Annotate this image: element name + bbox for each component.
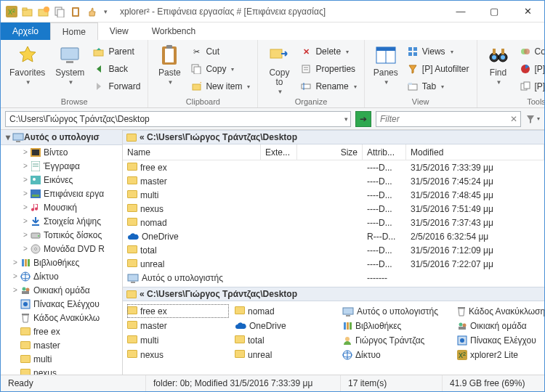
minimize-button[interactable]: — (444, 1, 477, 22)
tree-header[interactable]: ▾Αυτός ο υπολογισ (1, 130, 122, 145)
tree-node[interactable]: >Στοιχεία λήψης (1, 214, 122, 228)
col-size[interactable]: Size (297, 144, 363, 160)
qat-copy-icon[interactable] (53, 5, 66, 18)
back-button[interactable]: Back (90, 61, 143, 77)
close-button[interactable]: ✕ (511, 1, 544, 22)
tree-node[interactable]: >Βιβλιοθήκες (1, 256, 122, 269)
col-ext[interactable]: Exte... (261, 144, 297, 160)
tree-node[interactable]: >Βίντεο (1, 145, 122, 159)
address-dropdown-icon[interactable]: ▾ (342, 115, 350, 123)
tab-view[interactable]: View (98, 23, 140, 40)
tree-node[interactable]: >Μουσική (1, 200, 122, 214)
copy-button[interactable]: Copy▾ (187, 61, 253, 77)
list-row[interactable]: free ex----D...31/5/2016 7:33:39 μμ (123, 160, 544, 174)
tree-node[interactable]: free ex (1, 324, 122, 338)
panes: « C:\Users\Γιώργος Τράντζας\Desktop Name… (123, 130, 544, 375)
svg-rect-9 (73, 9, 78, 15)
grid-item[interactable]: Βιβλιοθήκες (342, 319, 451, 332)
grid-item[interactable]: Αυτός ο υπολογιστής (342, 304, 451, 318)
compare-button[interactable]: Compare▾ (517, 44, 546, 60)
col-attr[interactable]: Attrib... (363, 144, 406, 160)
tab-home[interactable]: Home (50, 23, 98, 40)
address-combo[interactable]: ▾ (5, 111, 351, 127)
stats-button[interactable]: [P] Stats (517, 61, 546, 77)
paste-button[interactable]: Paste▼ (153, 41, 186, 86)
copyto-button[interactable]: Copyto▼ (262, 41, 296, 95)
list-row[interactable]: total----D...31/5/2016 7:12:09 μμ (123, 243, 544, 257)
tree-node[interactable]: >Τοπικός δίσκος (1, 228, 122, 242)
tree-node[interactable]: >Έγγραφα (1, 159, 122, 173)
tree-node[interactable]: master (1, 338, 122, 352)
panes-button[interactable]: Panes▼ (369, 41, 403, 86)
tree-node[interactable]: >Εικόνες (1, 173, 122, 187)
tree-node[interactable]: nexus (1, 366, 122, 375)
grid-item[interactable]: unreal (235, 348, 336, 362)
pane1-header[interactable]: « C:\Users\Γιώργος Τράντζας\Desktop (123, 130, 544, 144)
find-button[interactable]: Find▼ (482, 41, 515, 86)
grid-item[interactable]: Πίνακας Ελέγχου (457, 333, 544, 347)
forward-button[interactable]: Forward (90, 78, 143, 94)
newitem-button[interactable]: ✦New item▾ (187, 78, 253, 94)
grid-item[interactable]: OneDrive (235, 319, 336, 332)
grid-item[interactable]: nexus (127, 348, 229, 362)
col-name[interactable]: Name (123, 144, 261, 160)
tree-node[interactable]: Πίνακας Ελέγχου (1, 297, 122, 311)
tab-file[interactable]: Αρχείο (1, 23, 50, 40)
tree-node[interactable]: >Μονάδα DVD R (1, 242, 122, 256)
delete-button[interactable]: ✕Delete▾ (297, 44, 359, 60)
tree-node[interactable]: >Επιφάνεια εργα (1, 187, 122, 200)
list-row[interactable]: OneDriveR---D...2/5/2016 6:32:54 μμ (123, 229, 544, 243)
go-button[interactable]: ➔ (355, 111, 371, 127)
clear-filter-icon[interactable]: ✕ (507, 114, 520, 124)
qat-paste-icon[interactable] (69, 5, 82, 18)
filter-menu-button[interactable]: ▾ (525, 111, 540, 127)
tree-node[interactable]: >Δίκτυο (1, 269, 122, 283)
views-button[interactable]: Views▾ (404, 44, 472, 60)
grid-item[interactable]: Οικιακή ομάδα (457, 319, 544, 332)
computer-icon (12, 132, 24, 142)
tree-node[interactable]: Κάδος Ανακύκλω (1, 311, 122, 324)
filter-box[interactable]: ✕ (376, 111, 521, 127)
cut-button[interactable]: ✂Cut (187, 44, 253, 60)
list-row[interactable]: multi----D...31/5/2016 7:48:45 μμ (123, 188, 544, 202)
autofilter-button[interactable]: [P] Autofilter (404, 61, 472, 77)
grid-item[interactable]: Κάδος Ανακύκλωσης (457, 304, 544, 318)
list-row[interactable]: nexus----D...31/5/2016 7:51:49 μμ (123, 202, 544, 216)
duplicates-button[interactable]: [P] Duplicates (517, 78, 546, 94)
views-icon (407, 46, 419, 57)
pane2-header[interactable]: « C:\Users\Γιώργος Τράντζας\Desktop (123, 287, 544, 301)
tab-workbench[interactable]: Workbench (140, 23, 207, 40)
favorites-button[interactable]: Favorites▼ (5, 41, 49, 86)
tab-button[interactable]: Tab▾ (404, 78, 472, 94)
qat-newfolder-icon[interactable] (37, 5, 50, 18)
properties-button[interactable]: Properties (297, 61, 359, 77)
address-input[interactable] (6, 114, 342, 124)
list-row[interactable]: master----D...31/5/2016 7:45:24 μμ (123, 174, 544, 188)
qat-dropdown-icon[interactable]: ▾ (101, 8, 110, 15)
filter-icon (407, 63, 419, 75)
list-row[interactable]: Αυτός ο υπολογιστής------- (123, 271, 544, 285)
system-button[interactable]: System▼ (51, 41, 89, 86)
rename-button[interactable]: Rename▾ (297, 78, 359, 94)
maximize-button[interactable]: ▢ (477, 1, 511, 22)
grid-item[interactable]: nomad (235, 304, 336, 318)
group-view: Panes▼ Views▾ [P] Autofilter Tab▾ View (365, 40, 477, 107)
list-row[interactable]: nomad----D...31/5/2016 7:37:43 μμ (123, 216, 544, 229)
grid-item[interactable]: x²xplorer2 Lite (457, 348, 544, 362)
svg-rect-62 (25, 259, 27, 266)
col-mod[interactable]: Modified (406, 144, 544, 160)
parent-button[interactable]: Parent (90, 44, 143, 60)
grid-item[interactable]: master (127, 319, 229, 332)
grid-item[interactable]: free ex (127, 304, 229, 318)
grid-item[interactable]: total (235, 333, 336, 347)
list-row[interactable]: unreal----D...31/5/2016 7:22:07 μμ (123, 257, 544, 271)
grid-item[interactable]: multi (127, 333, 229, 347)
qat-open-icon[interactable] (21, 5, 34, 18)
tree-node[interactable]: >Οικιακή ομάδα (1, 283, 122, 297)
grid-item[interactable]: Γιώργος Τράντζας (342, 333, 451, 347)
filter-input[interactable] (376, 114, 507, 124)
trash-icon (20, 312, 31, 324)
qat-thumbsup-icon[interactable] (85, 5, 98, 18)
grid-item[interactable]: Δίκτυο (342, 348, 451, 362)
tree-node[interactable]: multi (1, 352, 122, 366)
